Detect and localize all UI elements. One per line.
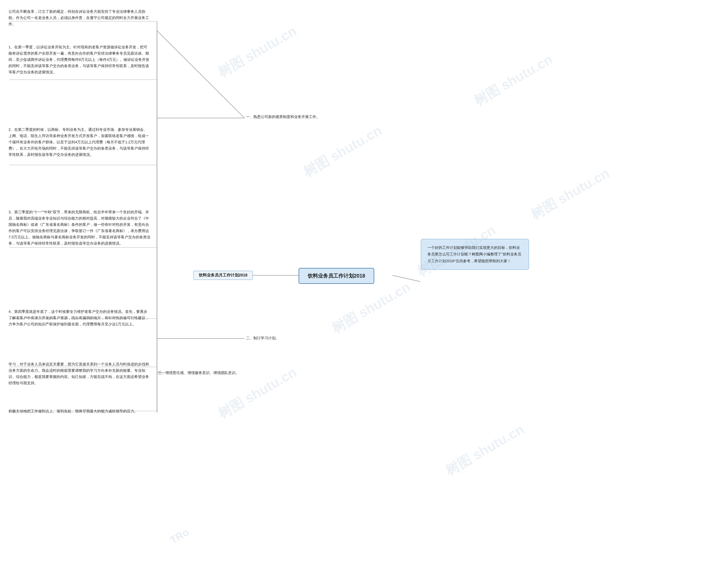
sub-node-left[interactable]: 饮料业务员月工作计划2018 <box>193 271 253 280</box>
watermark-2: 树图 shutu.cn <box>300 121 385 181</box>
watermark-1: 树图 shutu.cn <box>215 22 300 82</box>
watermark-6: 树图 shutu.cn <box>328 278 414 338</box>
text-block-q4: 4、第四季度就是年底了，这个时候要全力维护老客户交办的业务情况。首先，要逐步了解… <box>9 309 151 327</box>
branch-label-2: 二、制订学习计划。 <box>246 336 279 341</box>
text-block-q2: 2、在第二季度的时候，以商标、专利业务为主。通过到专业市场、参加专业展销会、上网… <box>9 127 151 158</box>
watermark-5: 树图 shutu.cn <box>528 164 613 224</box>
comment-box: 一个好的工作计划能够帮助我们实现更大的目标，饮料业务员要怎么写工作计划呢？树图网… <box>421 239 529 270</box>
text-block-study: 学习，对于业务人员来说至关重要，因为它直接关系到一个业务人员与时俱进的步伐和业务… <box>9 361 151 386</box>
connector-lines <box>0 0 728 568</box>
main-node[interactable]: 饮料业务员工作计划2018 <box>299 268 374 284</box>
watermark-4: 树图 shutu.cn <box>471 50 556 110</box>
text-block-q1: 1、在第一季度，以诉讼业务开拓为主。针对现有的老客户资源做诉讼业务开发，把可能有… <box>9 44 151 75</box>
watermark-8: 树图 shutu.cn <box>442 420 528 480</box>
text-block-active: 积极主动地把工作做到点上、落到实处。我将尽我最大的能力减轻领导的压力。 <box>9 408 156 414</box>
branch-label-1: 一、熟悉公司新的规章制度和业务开展工作。 <box>246 114 320 119</box>
svg-line-2 <box>157 31 245 118</box>
watermark-tro: TRo <box>168 526 191 546</box>
text-block-intro: 公司在不断改革，订立了新的规定，特别在诉讼业务方面安排了专业法律事务人员协助。作… <box>9 9 151 27</box>
svg-line-5 <box>392 275 420 282</box>
branch-label-3: 三、增强责任感、增强服务意识、增强团队意识。 <box>158 370 239 375</box>
text-block-q3: 3、第三季度的"十一""中秋"双节，带来的无限商机，给后半年带来一个良好的开端。… <box>9 209 151 247</box>
